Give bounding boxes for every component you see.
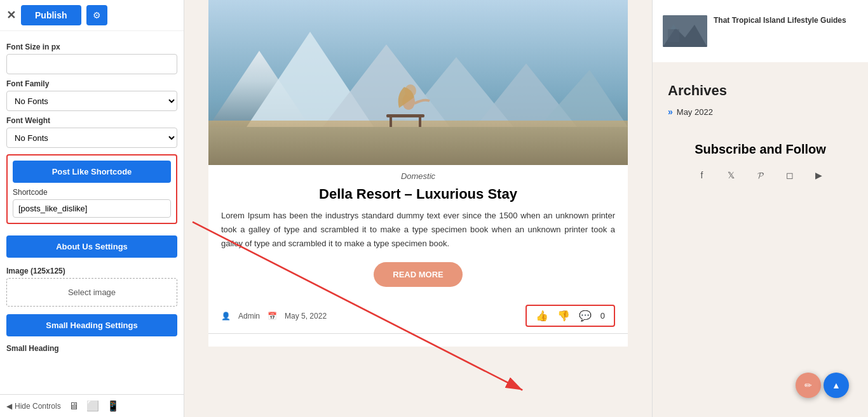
subscribe-heading: Subscribe and Follow [668, 142, 853, 157]
archives-heading: Archives [668, 83, 853, 99]
author-name: Admin [238, 312, 260, 321]
subscribe-widget: Subscribe and Follow f 𝕏 𝓟 ◻ ▶ [653, 129, 868, 197]
bottom-bar: ◀ Hide Controls 🖥 ⬜ 📱 [0, 394, 184, 417]
comment-count: 0 [600, 311, 605, 321]
right-sidebar: That Tropical Island Lifestyle Guides Ar… [652, 0, 868, 417]
recent-post-item: That Tropical Island Lifestyle Guides [663, 10, 858, 52]
recent-post-title: That Tropical Island Lifestyle Guides [714, 15, 846, 26]
svg-rect-17 [668, 29, 679, 42]
article-date: May 5, 2022 [285, 312, 327, 321]
shortcode-section: Post Like Shortcode Shortcode [6, 154, 177, 224]
archive-date: May 2022 [677, 107, 713, 117]
mobile-icon[interactable]: 📱 [107, 400, 119, 412]
font-weight-label: Font Weight [6, 116, 177, 125]
font-size-input[interactable] [6, 54, 177, 74]
font-family-label: Font Family [6, 79, 177, 88]
panel-content: Font Size in px Font Family No Fonts Fon… [0, 31, 184, 394]
recent-posts-widget: That Tropical Island Lifestyle Guides [653, 0, 868, 62]
shortcode-input[interactable] [13, 199, 171, 218]
tablet-icon[interactable]: ⬜ [86, 400, 99, 412]
dislike-button[interactable]: 👎 [557, 310, 570, 322]
svg-rect-10 [419, 117, 421, 127]
main-content: Domestic Della Resort – Luxurious Stay L… [184, 0, 652, 417]
comment-icon: 💬 [579, 310, 592, 322]
gear-button[interactable]: ⚙ [86, 5, 107, 25]
publish-button[interactable]: Publish [21, 5, 81, 25]
svg-rect-7 [208, 121, 628, 165]
chevron-right-icon: » [668, 107, 673, 117]
twitter-icon[interactable]: 𝕏 [722, 166, 741, 185]
hide-controls-label: Hide Controls [15, 402, 61, 411]
font-family-select[interactable]: No Fonts [6, 91, 177, 111]
edit-fab-button[interactable]: ✏ [796, 373, 821, 398]
article-meta: 👤 Admin 📅 May 5, 2022 [221, 312, 327, 321]
select-image-box[interactable]: Select image [6, 278, 177, 307]
desktop-icon[interactable]: 🖥 [69, 400, 79, 412]
left-panel: ✕ Publish ⚙ Font Size in px Font Family … [0, 0, 184, 417]
svg-rect-9 [390, 117, 392, 127]
author-icon: 👤 [221, 312, 231, 321]
likes-box: 👍 👎 💬 0 [526, 305, 615, 327]
top-bar: ✕ Publish ⚙ [0, 0, 184, 31]
pinterest-icon[interactable]: 𝓟 [751, 166, 770, 185]
about-us-button[interactable]: About Us Settings [6, 235, 177, 258]
hero-image [208, 0, 628, 165]
hide-controls[interactable]: ◀ Hide Controls [6, 402, 61, 411]
like-button[interactable]: 👍 [536, 310, 548, 322]
article-title: Della Resort – Luxurious Stay [221, 186, 615, 202]
chevron-left-icon: ◀ [6, 402, 12, 411]
article-caption: Domestic [208, 171, 628, 181]
instagram-icon[interactable]: ◻ [780, 166, 799, 185]
svg-rect-8 [386, 114, 424, 117]
article-footer: 👤 Admin 📅 May 5, 2022 👍 👎 💬 0 [208, 298, 628, 334]
youtube-icon[interactable]: ▶ [810, 166, 829, 185]
font-size-label: Font Size in px [6, 43, 177, 51]
article-area: Domestic Della Resort – Luxurious Stay L… [208, 0, 628, 347]
read-more-button[interactable]: READ MORE [374, 262, 463, 287]
article-body: Lorem Ipsum has been the industrys stand… [221, 209, 615, 251]
facebook-icon[interactable]: f [693, 166, 712, 185]
calendar-icon: 📅 [268, 312, 277, 321]
post-thumbnail [663, 15, 707, 47]
scroll-top-fab-button[interactable]: ▲ [824, 373, 849, 398]
shortcode-label: Shortcode [13, 188, 171, 197]
archive-item[interactable]: » May 2022 [668, 107, 853, 117]
font-weight-select[interactable]: No Fonts [6, 128, 177, 148]
image-section-label: Image (125x125) [6, 267, 177, 275]
small-heading-label: Small Heading [6, 344, 177, 353]
social-icons: f 𝕏 𝓟 ◻ ▶ [668, 166, 853, 185]
small-heading-button[interactable]: Small Heading Settings [6, 314, 177, 336]
close-button[interactable]: ✕ [6, 8, 16, 22]
post-like-button[interactable]: Post Like Shortcode [13, 161, 171, 183]
archives-widget: Archives » May 2022 [653, 70, 868, 129]
